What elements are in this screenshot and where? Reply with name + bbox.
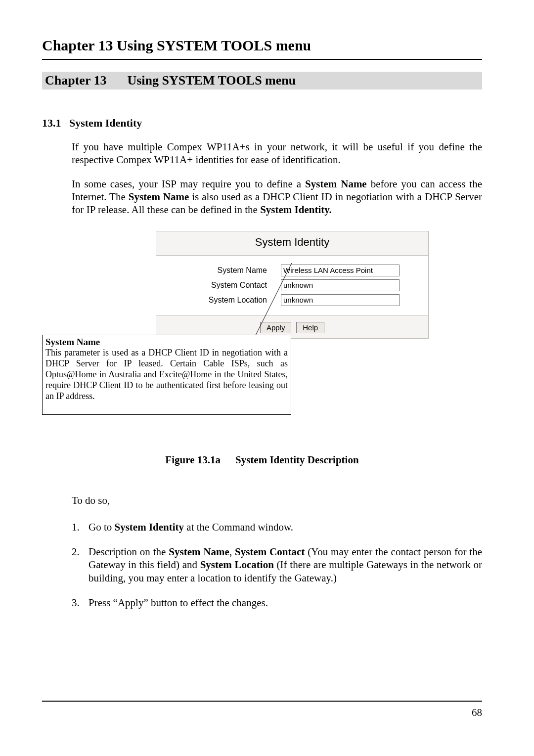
figure: System Identity System Name System Conta… xyxy=(42,231,482,429)
panel-title: System Identity xyxy=(156,231,428,256)
document-page: Chapter 13 Using SYSTEM TOOLS menu Chapt… xyxy=(0,0,534,756)
callout-title: System Name xyxy=(45,336,288,348)
section-heading: 13.1System Identity xyxy=(42,117,482,130)
figure-caption-title: System Identity Description xyxy=(235,454,359,466)
step-number: 2. xyxy=(72,545,89,584)
panel-row-system-contact: System Contact xyxy=(168,279,416,291)
apply-button[interactable]: Apply xyxy=(260,322,292,333)
system-name-input[interactable] xyxy=(281,265,400,276)
step-text: Press “Apply” button to effect the chang… xyxy=(89,596,482,609)
paragraph: To do so, xyxy=(72,494,482,507)
figure-caption: Figure 13.1aSystem Identity Description xyxy=(42,453,482,466)
section-title: System Identity xyxy=(69,117,142,129)
step-text: Description on the System Name, System C… xyxy=(89,545,482,584)
panel-row-system-name: System Name xyxy=(168,265,416,276)
page-number: 68 xyxy=(472,707,482,719)
section-number: 13.1 xyxy=(42,117,69,130)
system-location-input[interactable] xyxy=(281,294,400,306)
callout-box: System Name This parameter is used as a … xyxy=(42,335,291,415)
panel-row-system-location: System Location xyxy=(168,294,416,306)
chapter-banner-label: Chapter 13 xyxy=(45,73,106,88)
footer-rule xyxy=(42,701,482,702)
callout-text: This parameter is used as a DHCP Client … xyxy=(45,348,288,402)
help-button[interactable]: Help xyxy=(296,322,324,333)
system-identity-panel: System Identity System Name System Conta… xyxy=(156,231,429,339)
field-label: System Contact xyxy=(168,280,281,290)
step-item: 2. Description on the System Name, Syste… xyxy=(72,545,482,584)
step-item: 3. Press “Apply” button to effect the ch… xyxy=(72,596,482,609)
chapter-banner-title: Using SYSTEM TOOLS menu xyxy=(127,73,296,88)
panel-body: System Name System Contact System Locati… xyxy=(156,256,428,315)
system-contact-input[interactable] xyxy=(281,279,400,291)
field-label: System Location xyxy=(168,295,281,305)
field-label: System Name xyxy=(168,266,281,275)
step-item: 1. Go to System Identity at the Command … xyxy=(72,521,482,534)
paragraph: In some cases, your ISP may require you … xyxy=(72,178,482,217)
paragraph: If you have multiple Compex WP11A+s in y… xyxy=(72,140,482,167)
step-text: Go to System Identity at the Command win… xyxy=(89,521,482,534)
figure-caption-label: Figure 13.1a xyxy=(165,454,221,466)
step-number: 3. xyxy=(72,596,89,609)
step-number: 1. xyxy=(72,521,89,534)
page-header-title: Chapter 13 Using SYSTEM TOOLS menu xyxy=(42,37,482,60)
chapter-banner: Chapter 13Using SYSTEM TOOLS menu xyxy=(42,72,482,89)
